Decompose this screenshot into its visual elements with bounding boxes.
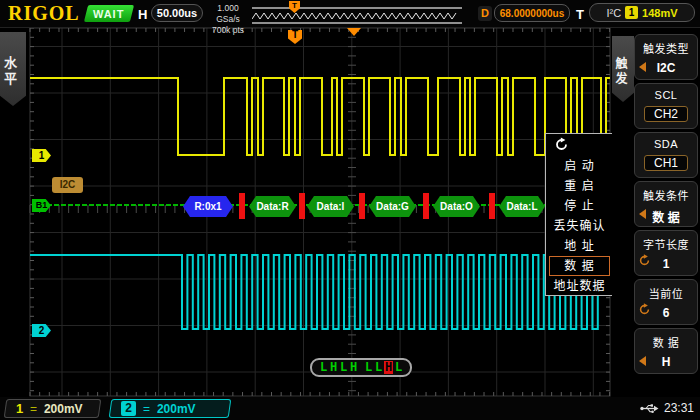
popup-item-start[interactable]: 启 动 [546, 156, 613, 176]
knob-rotate-icon [554, 137, 569, 156]
trigger-condition-popup: 启 动 重 启 停 止 丢失确认 地 址 数 据 地址数据 [545, 133, 613, 296]
rigol-logo: RIGOL [8, 2, 80, 25]
channel1-pill[interactable]: 1 = 200mV [4, 399, 102, 418]
popup-item-data[interactable]: 数 据 [549, 256, 610, 276]
decode-separator [299, 193, 305, 219]
tab-horizontal[interactable]: 水平 [0, 32, 26, 106]
knob-rotate-icon [638, 302, 651, 320]
decode-protocol-badge: I2C [52, 177, 83, 193]
menu-button-current-bit[interactable]: 当前位 6 [634, 279, 698, 325]
menu-button-trigger-type[interactable]: 触发类型 I2C [634, 34, 698, 80]
popup-item-missed-ack[interactable]: 丢失确认 [546, 216, 613, 236]
decode-block-data: Data:O [433, 196, 480, 217]
pattern-bit-current: H [384, 361, 393, 374]
sample-rate: 1.000 GSa/s 700k pts [206, 3, 250, 36]
horizontal-position-marker[interactable] [347, 28, 361, 36]
pattern-bit: H [329, 361, 338, 374]
channel1-number: 1 [16, 401, 23, 416]
decode-block-data: Data:G [369, 196, 416, 217]
decode-separator [359, 193, 365, 219]
decode-block-data: Data:I [307, 196, 354, 217]
pattern-bit: L [374, 361, 383, 374]
trigger-info-pill[interactable]: I²C 1 148mV [589, 3, 695, 22]
menu-button-trigger-condition[interactable]: 触发条件 数 据 [634, 181, 698, 227]
trigger-pattern-badge: L H L H L L H L [310, 358, 412, 377]
channel2-coupling-icon: = [143, 402, 150, 416]
bottom-status-bar: 1 = 200mV 2 = 200mV 23:31 [0, 397, 700, 420]
oscilloscope-screen: RIGOL WAIT H 50.00us 1.000 GSa/s 700k pt… [0, 0, 700, 420]
channel2-pill[interactable]: 2 = 200mV [109, 399, 232, 418]
decode-block-address: R:0x1 [183, 196, 233, 217]
preview-zigzag [252, 10, 458, 23]
clock: 23:31 [664, 401, 694, 415]
pattern-bit: H [349, 361, 358, 374]
menu-button-scl[interactable]: SCL CH2 [634, 83, 698, 129]
waveform-preview-bar[interactable] [252, 7, 462, 24]
decode-separator [239, 193, 245, 219]
pattern-bit: L [364, 361, 373, 374]
menu-button-sda[interactable]: SDA CH1 [634, 132, 698, 178]
trigger-level: 148mV [642, 7, 677, 19]
trigger-label: T [576, 7, 584, 22]
popup-item-stop[interactable]: 停 止 [546, 196, 613, 216]
channel1-scale: 200mV [44, 402, 83, 416]
decode-block-data: Data:R [249, 196, 296, 217]
tab-trigger[interactable]: 触发 [612, 36, 634, 102]
decode-separator [489, 193, 495, 219]
left-arrow-icon [639, 356, 646, 366]
decode-block-data: Data:L [499, 196, 545, 217]
knob-rotate-icon [638, 253, 651, 271]
pattern-bit: L [339, 361, 348, 374]
menu-button-data[interactable]: 数 据 H [634, 328, 698, 374]
channel2-scale: 200mV [157, 402, 196, 416]
popup-item-address-data[interactable]: 地址数据 [546, 276, 613, 296]
horizontal-label: H [138, 7, 147, 22]
channel2-number: 2 [121, 401, 136, 416]
pattern-bit: L [394, 361, 403, 374]
trigger-type: I²C [606, 7, 621, 19]
channel1-coupling-icon: = [30, 402, 37, 416]
left-arrow-icon [639, 62, 646, 72]
trigger-source-badge: 1 [625, 6, 638, 19]
pattern-bit: L [319, 361, 328, 374]
top-status-bar: RIGOL WAIT H 50.00us 1.000 GSa/s 700k pt… [0, 0, 700, 28]
popup-item-list: 启 动 重 启 停 止 丢失确认 地 址 数 据 地址数据 [546, 156, 613, 296]
delay-label: D [478, 6, 492, 21]
popup-item-address[interactable]: 地 址 [546, 236, 613, 256]
menu-button-byte-length[interactable]: 字节长度 1 [634, 230, 698, 276]
delay-value[interactable]: 68.0000000us [494, 4, 570, 22]
decode-separator [423, 193, 429, 219]
left-arrow-icon [639, 209, 646, 219]
timebase-value[interactable]: 50.00us [151, 4, 203, 22]
popup-item-restart[interactable]: 重 启 [546, 176, 613, 196]
usb-icon [640, 403, 659, 414]
run-status-badge[interactable]: WAIT [84, 5, 134, 22]
